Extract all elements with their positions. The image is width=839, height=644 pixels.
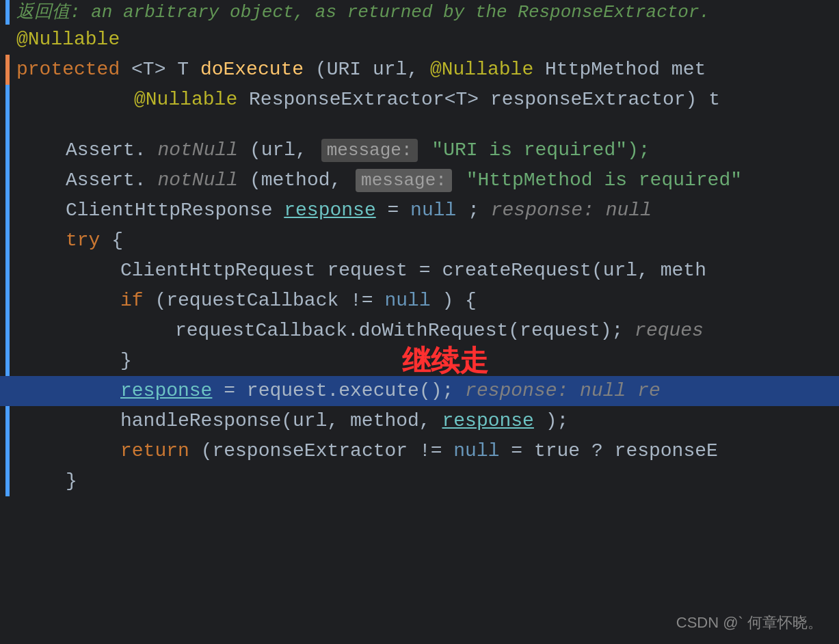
- create-request: ClientHttpRequest request = createReques…: [11, 256, 706, 286]
- nullable-annotation: @Nullable: [11, 25, 120, 55]
- left-border-blue3: [5, 115, 10, 135]
- close-brace-try: }: [66, 470, 77, 492]
- try-keyword: try: [66, 230, 100, 251]
- method-name: doExecute: [200, 59, 304, 80]
- return-expr: (responseExtractor !=: [201, 440, 454, 461]
- close-try-line: }: [0, 466, 839, 496]
- method-signature: protected <T> T doExecute (URI url, @Nul…: [11, 55, 706, 85]
- code-editor: 返回值: an arbitrary object, as returned by…: [0, 0, 839, 644]
- assert-url-line: Assert. notNull (url, message: "URI is r…: [0, 135, 839, 165]
- semicolon: ;: [468, 200, 491, 221]
- keyword-protected: protected: [16, 59, 120, 80]
- comment-line: 返回值: an arbitrary object, as returned by…: [0, 0, 839, 25]
- return-keyword: return: [120, 440, 189, 461]
- try-block: try {: [11, 226, 123, 256]
- not-null-method: notNull: [157, 139, 238, 161]
- assert-method: Assert. notNull (method, message: "HttpM…: [11, 165, 742, 196]
- close-if-brace-line: } 继续走: [0, 346, 839, 376]
- if-brace: ) {: [442, 290, 477, 311]
- execute-call: response = request.execute(); response: …: [11, 376, 661, 406]
- open-brace: {: [111, 230, 123, 251]
- blank-line: [0, 115, 839, 135]
- left-border-blue13: [5, 436, 10, 466]
- assign: =: [388, 200, 411, 221]
- string-http: "HttpMethod is required": [466, 170, 742, 191]
- type-params: <T> T: [131, 59, 200, 80]
- eq-true: = true: [511, 440, 580, 461]
- string-uri: "URI is required");: [431, 139, 650, 161]
- left-border-blue9: [5, 286, 10, 316]
- inline-value-hint: response: null: [491, 200, 652, 221]
- left-border-blue11: [5, 346, 10, 376]
- left-border-blue2: [5, 85, 10, 115]
- execute-hint: response: null re: [465, 380, 661, 401]
- nullable-annotation-line: @Nullable: [0, 25, 839, 55]
- create-request-text: ClientHttpRequest request = createReques…: [120, 260, 706, 281]
- if-callback-line: if (requestCallback != null ) {: [0, 286, 839, 316]
- left-border-blue8: [5, 256, 10, 286]
- try-line: try {: [0, 226, 839, 256]
- not-null-method2: notNull: [157, 170, 238, 191]
- left-border-blue7: [5, 226, 10, 256]
- response-decl: ClientHttpResponse response = null ; res…: [11, 196, 652, 226]
- left-border-orange: [5, 55, 10, 85]
- execute-assign: = request.execute();: [224, 380, 465, 401]
- if-condition: (requestCallback !=: [155, 290, 384, 311]
- do-with-request: requestCallback.doWithRequest(request); …: [11, 316, 704, 346]
- null-keyword: null: [410, 200, 456, 221]
- close-if-brace: }: [11, 346, 132, 376]
- handle-response: handleResponse(url, method, response );: [11, 406, 568, 436]
- response-extractor-line: @Nullable ResponseExtractor<T> responseE…: [0, 85, 839, 115]
- protected-method-line: protected <T> T doExecute (URI url, @Nul…: [0, 55, 839, 85]
- if-keyword: if: [120, 290, 144, 311]
- left-border-blue12: [5, 406, 10, 436]
- handle-close: );: [546, 410, 569, 431]
- response-var: response: [284, 200, 375, 221]
- handle-call: handleResponse(url, method,: [120, 410, 442, 431]
- left-border-blue5: [5, 165, 10, 196]
- response-decl-line: ClientHttpResponse response = null ; res…: [0, 196, 839, 226]
- annotation-token: @Nullable: [16, 29, 120, 50]
- response-type: ClientHttpResponse: [66, 200, 284, 221]
- paren-open: (url,: [250, 139, 319, 161]
- assert-method-line: Assert. notNull (method, message: "HttpM…: [0, 165, 839, 196]
- params-start: (URI url,: [315, 59, 430, 80]
- assert-class: Assert.: [66, 139, 146, 161]
- assert-url: Assert. notNull (url, message: "URI is r…: [11, 135, 650, 165]
- null-keyword3: null: [453, 440, 499, 461]
- watermark: CSDN @` 何章怀晓。: [676, 613, 823, 633]
- null-keyword2: null: [384, 290, 430, 311]
- create-request-line: ClientHttpRequest request = createReques…: [0, 256, 839, 286]
- handle-response-line: handleResponse(url, method, response );: [0, 406, 839, 436]
- left-border-blue6: [5, 196, 10, 226]
- paren-open2: (method,: [250, 170, 353, 191]
- return-stmt: return (responseExtractor != null = true…: [11, 436, 718, 466]
- callback-call: requestCallback.doWithRequest(request);: [175, 320, 635, 341]
- extractor-type: ResponseExtractor<T> responseExtractor) …: [249, 89, 720, 110]
- return-line: return (responseExtractor != null = true…: [0, 436, 839, 466]
- method-param: HttpMethod met: [545, 59, 706, 80]
- ternary: ? responseE: [591, 440, 718, 461]
- extractor-param: @Nullable ResponseExtractor<T> responseE…: [11, 85, 720, 115]
- left-border-blue14: [5, 466, 10, 496]
- continue-annotation: 继续走: [402, 342, 488, 380]
- left-border-blue4: [5, 135, 10, 165]
- nullable-param: @Nullable: [430, 59, 533, 80]
- hint-message1: message:: [321, 139, 418, 162]
- if-callback: if (requestCallback != null ) {: [11, 286, 477, 316]
- close-brace-if: }: [120, 350, 132, 371]
- left-border-blue: [5, 0, 10, 25]
- assert-class2: Assert.: [66, 170, 146, 191]
- response-var3: response: [442, 410, 533, 431]
- comment-text: 返回值: an arbitrary object, as returned by…: [11, 0, 710, 25]
- hint-message2: message:: [356, 169, 452, 192]
- response-var2: response: [120, 380, 212, 401]
- execute-line: response = request.execute(); response: …: [0, 376, 839, 406]
- close-try-brace: }: [11, 466, 77, 496]
- left-border-blue10: [5, 316, 10, 346]
- callback-hint: reques: [635, 320, 704, 341]
- nullable2: @Nullable: [134, 89, 237, 110]
